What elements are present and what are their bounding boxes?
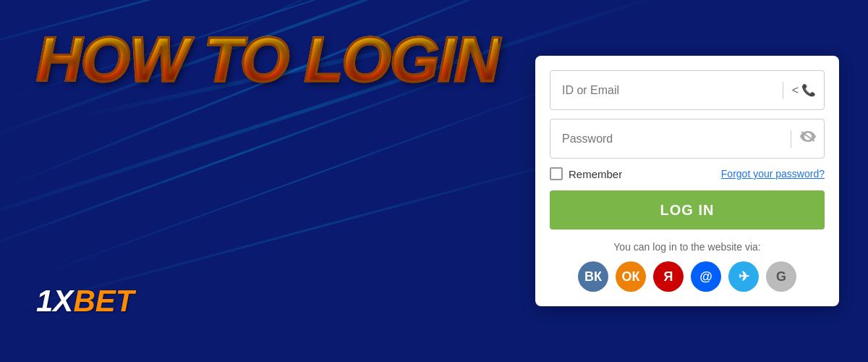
title-container: HOW TO LOGIN: [36, 29, 498, 90]
icon-divider-2: [791, 130, 791, 148]
social-vk-button[interactable]: ВК: [578, 261, 608, 292]
logo-container: 1X BET: [36, 284, 134, 319]
remember-row: Remember Forgot your password?: [550, 167, 825, 180]
icon-divider: [783, 82, 783, 99]
social-ok-button[interactable]: ОК: [616, 261, 646, 292]
login-button[interactable]: LOG IN: [550, 190, 825, 230]
social-google-button[interactable]: G: [766, 261, 796, 292]
remember-label: Remember: [569, 168, 622, 180]
phone-icon: 📞: [801, 83, 816, 97]
social-telegram-button[interactable]: ✈: [728, 261, 759, 292]
social-text: You can log in to the website via:: [550, 241, 825, 253]
password-input[interactable]: [550, 119, 825, 159]
page-title: HOW TO LOGIN: [36, 29, 498, 90]
social-section: You can log in to the website via: ВК ОК…: [550, 241, 825, 292]
email-input-icons: < 📞: [783, 82, 816, 99]
page-background: HOW TO LOGIN 1X BET < 📞: [0, 0, 868, 362]
password-input-group: [550, 119, 825, 159]
email-input-group: < 📞: [550, 70, 825, 110]
social-icons-row: ВК ОК Я @ ✈ G: [550, 261, 825, 292]
logo-prefix: 1X: [36, 284, 73, 319]
remember-checkbox[interactable]: [550, 167, 563, 180]
password-input-icons: [791, 130, 816, 148]
login-form: < 📞 Remember: [535, 56, 839, 306]
forgot-password-link[interactable]: Forgot your password?: [721, 168, 825, 180]
remember-left: Remember: [550, 167, 622, 180]
eye-icon[interactable]: [800, 131, 816, 146]
logo-suffix: BET: [73, 284, 134, 319]
keyboard-icon: <: [792, 84, 799, 97]
social-yandex-button[interactable]: Я: [653, 261, 684, 292]
left-section: HOW TO LOGIN 1X BET: [0, 0, 535, 362]
social-mail-button[interactable]: @: [691, 261, 721, 292]
